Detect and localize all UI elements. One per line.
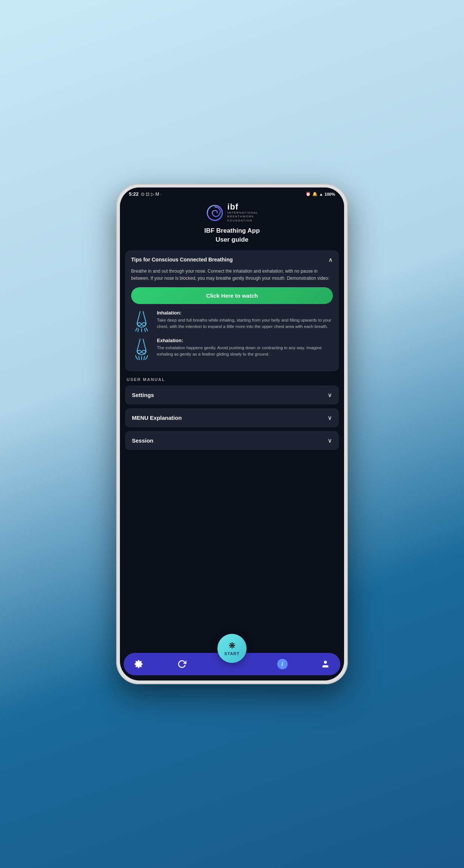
svg-point-2 bbox=[142, 323, 146, 326]
info-icon: i bbox=[277, 659, 288, 669]
svg-line-7 bbox=[146, 328, 148, 331]
gear-icon bbox=[134, 660, 143, 669]
svg-line-6 bbox=[145, 329, 145, 332]
bottom-nav: ❋ START i bbox=[124, 653, 340, 675]
watch-button[interactable]: Click Here to watch bbox=[131, 287, 333, 304]
info-nav-button[interactable]: i bbox=[275, 657, 290, 672]
accordion-settings[interactable]: Settings ∨ bbox=[125, 385, 339, 404]
start-button[interactable]: ❋ START bbox=[217, 634, 247, 663]
ibf-logo-spiral bbox=[206, 204, 224, 222]
app-header: ibf INTERNATIONALBREATHWORKFOUNDATION IB… bbox=[120, 198, 344, 250]
exhalation-icon-container bbox=[131, 338, 152, 360]
notification-icons: ⊙ ⊡ ▷ M · bbox=[141, 192, 162, 197]
tips-header: Tips for Conscious Connected Breathing ∧ bbox=[131, 256, 333, 263]
scroll-content[interactable]: Tips for Conscious Connected Breathing ∧… bbox=[120, 250, 344, 651]
inhalation-desc: Take deep and full breaths while inhalin… bbox=[157, 317, 333, 330]
alarm-icon: ⏰ bbox=[306, 192, 311, 196]
exhalation-desc: The exhalation happens gently. Avoid pus… bbox=[157, 345, 333, 358]
app-title: IBF Breathing App User guide bbox=[204, 226, 260, 244]
tips-card: Tips for Conscious Connected Breathing ∧… bbox=[125, 250, 339, 371]
svg-point-1 bbox=[137, 323, 141, 326]
inhalation-nose-icon bbox=[132, 310, 151, 332]
chevron-down-session-icon: ∨ bbox=[328, 437, 332, 444]
status-right: ⏰ 🔔 ▲ 100% bbox=[306, 192, 335, 196]
chevron-down-menu-icon: ∨ bbox=[328, 414, 332, 421]
accordion-settings-label: Settings bbox=[132, 392, 154, 398]
chevron-down-settings-icon: ∨ bbox=[328, 391, 332, 399]
logo-text: ibf INTERNATIONALBREATHWORKFOUNDATION bbox=[228, 203, 259, 223]
exhalation-nose-icon bbox=[132, 338, 151, 360]
tips-body: Breathe in and out through your nose. Co… bbox=[131, 268, 333, 282]
svg-point-10 bbox=[324, 661, 327, 664]
chevron-up-icon[interactable]: ∧ bbox=[328, 256, 333, 263]
battery-level: 100% bbox=[325, 192, 335, 196]
refresh-nav-button[interactable] bbox=[174, 657, 189, 672]
wifi-icon: ▲ bbox=[319, 192, 323, 196]
logo-ibf-text: ibf bbox=[228, 203, 259, 211]
exhalation-label: Exhalation: bbox=[157, 338, 333, 343]
volume-icon: 🔔 bbox=[312, 192, 318, 196]
accordion-menu-label: MENU Explanation bbox=[132, 415, 182, 421]
inhalation-label: Inhalation: bbox=[157, 310, 333, 316]
svg-point-8 bbox=[137, 350, 141, 353]
phone-screen: 5:22 ⊙ ⊡ ▷ M · ⏰ 🔔 ▲ 100% bbox=[120, 187, 344, 681]
svg-line-4 bbox=[138, 329, 139, 332]
lotus-icon: ❋ bbox=[229, 641, 235, 651]
status-bar: 5:22 ⊙ ⊡ ▷ M · ⏰ 🔔 ▲ 100% bbox=[120, 187, 344, 198]
inhalation-section: Inhalation: Take deep and full breaths w… bbox=[131, 310, 333, 332]
exhalation-section: Exhalation: The exhalation happens gentl… bbox=[131, 338, 333, 360]
svg-point-9 bbox=[142, 350, 146, 353]
accordion-session-label: Session bbox=[132, 437, 154, 444]
exhalation-text: Exhalation: The exhalation happens gentl… bbox=[157, 338, 333, 358]
start-label: START bbox=[225, 651, 240, 656]
tips-title: Tips for Conscious Connected Breathing bbox=[131, 257, 233, 263]
person-icon bbox=[321, 660, 330, 669]
accordion-menu-explanation[interactable]: MENU Explanation ∨ bbox=[125, 408, 339, 427]
svg-line-3 bbox=[136, 328, 137, 331]
refresh-icon bbox=[177, 660, 186, 669]
settings-nav-button[interactable] bbox=[131, 657, 146, 672]
logo-row: ibf INTERNATIONALBREATHWORKFOUNDATION bbox=[206, 203, 259, 223]
phone-frame: 5:22 ⊙ ⊡ ▷ M · ⏰ 🔔 ▲ 100% bbox=[116, 184, 348, 684]
inhalation-icon-container bbox=[131, 310, 152, 332]
inhalation-text: Inhalation: Take deep and full breaths w… bbox=[157, 310, 333, 330]
logo-subtitle: INTERNATIONALBREATHWORKFOUNDATION bbox=[228, 211, 259, 223]
user-manual-label: USER MANUAL bbox=[127, 377, 339, 382]
profile-nav-button[interactable] bbox=[318, 657, 333, 672]
status-left: 5:22 ⊙ ⊡ ▷ M · bbox=[129, 191, 162, 197]
accordion-session[interactable]: Session ∨ bbox=[125, 431, 339, 450]
status-time: 5:22 bbox=[129, 191, 139, 197]
